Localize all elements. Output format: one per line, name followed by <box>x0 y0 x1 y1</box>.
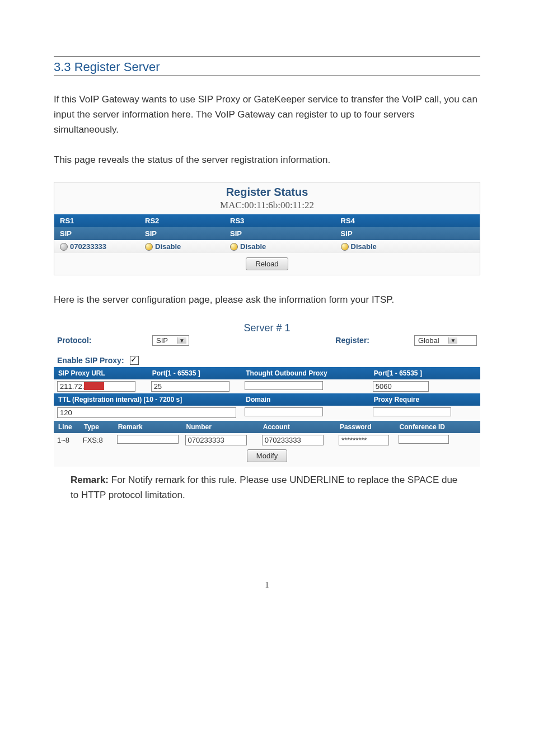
rs2-status-text: Disable <box>155 242 181 251</box>
domain-header: Domain <box>241 393 369 406</box>
password-input[interactable]: ********* <box>339 435 389 445</box>
outbound-proxy-header: Thought Outbound Proxy <box>241 367 369 379</box>
ttl-input[interactable]: 120 <box>57 407 236 418</box>
rs2-status: Disable <box>139 240 224 253</box>
proxy-port-input[interactable]: 25 <box>151 381 229 392</box>
status-led-icon <box>230 243 238 251</box>
rs1-protocol: SIP <box>54 227 139 240</box>
rs4-status: Disable <box>335 240 480 253</box>
intro-para-1: If this VoIP Gateway wants to use SIP Pr… <box>54 92 480 138</box>
proxy-table: SIP Proxy URL Port[1 - 65535 ] Thought O… <box>54 367 480 420</box>
conference-id-input[interactable] <box>399 435 449 444</box>
intro-para-3: Here is the server configuration page, p… <box>54 292 480 307</box>
line-header: Line <box>54 421 79 433</box>
type-value: FXS:8 <box>79 433 114 447</box>
outbound-port-header: Port[1 - 65535 ] <box>369 367 480 379</box>
page-number: 1 <box>54 581 480 590</box>
remark-text: For Notify remark for this rule. Please … <box>71 475 457 500</box>
protocol-label: Protocol: <box>57 336 147 345</box>
rs3-status: Disable <box>224 240 335 253</box>
rs1-status-text: 070233333 <box>70 242 106 251</box>
chevron-down-icon: ▼ <box>448 337 458 344</box>
type-header: Type <box>79 421 114 433</box>
domain-input[interactable] <box>245 407 323 416</box>
chevron-down-icon: ▼ <box>177 337 186 344</box>
status-led-icon <box>341 243 349 251</box>
outbound-port-input[interactable]: 5060 <box>373 381 429 392</box>
modify-button[interactable]: Modify <box>247 449 287 462</box>
rs1-status: 070233333 <box>54 240 139 253</box>
server-config-panel: Server # 1 Protocol: SIP ▼ Register: Glo… <box>54 322 480 467</box>
account-header: Account <box>259 421 335 433</box>
enable-sip-proxy-label: Enable SIP Proxy: <box>57 356 124 365</box>
rs4-status-text: Disable <box>351 242 377 251</box>
remark-input[interactable] <box>117 435 179 444</box>
line-value: 1~8 <box>54 433 79 447</box>
section-heading: 3.3 Register Server <box>54 56 480 76</box>
reload-button[interactable]: Reload <box>246 257 288 270</box>
remark-label: Remark: <box>71 475 109 485</box>
rs2-protocol: SIP <box>139 227 224 240</box>
register-select-value: Global <box>418 336 439 345</box>
remark-header: Remark <box>114 421 182 433</box>
proxy-require-input[interactable] <box>373 407 451 416</box>
register-status-panel: Register Status MAC:00:11:6b:00:11:22 RS… <box>54 182 480 276</box>
proxy-url-value: 211.72. <box>60 382 84 391</box>
password-header: Password <box>335 421 395 433</box>
proxy-require-header: Proxy Require <box>369 393 480 406</box>
remark-para: Remark: For Notify remark for this rule.… <box>54 472 480 503</box>
protocol-select[interactable]: SIP ▼ <box>152 335 189 346</box>
register-label: Register: <box>335 336 369 345</box>
rs4-header: RS4 <box>335 214 480 227</box>
server-title: Server # 1 <box>54 322 480 334</box>
register-status-title: Register Status <box>54 182 480 200</box>
rs4-protocol: SIP <box>335 227 480 240</box>
rs3-protocol: SIP <box>224 227 335 240</box>
mac-address: MAC:00:11:6b:00:11:22 <box>54 200 480 214</box>
rs3-header: RS3 <box>224 214 335 227</box>
register-status-table: RS1 RS2 RS3 RS4 SIP SIP SIP SIP 07023333… <box>54 214 480 253</box>
account-input[interactable]: 070233333 <box>262 435 324 445</box>
status-led-icon <box>60 243 68 251</box>
proxy-port-header: Port[1 - 65535 ] <box>148 367 242 379</box>
proxy-url-input[interactable]: 211.72. <box>57 381 135 392</box>
ttl-header: TTL (Registration interval) [10 - 7200 s… <box>54 393 241 406</box>
protocol-select-value: SIP <box>156 336 168 345</box>
intro-para-2: This page reveals the status of the serv… <box>54 152 480 167</box>
rs2-header: RS2 <box>139 214 224 227</box>
redacted-block <box>84 382 104 390</box>
rs3-status-text: Disable <box>240 242 266 251</box>
status-led-icon <box>145 243 153 251</box>
outbound-proxy-input[interactable] <box>245 381 323 390</box>
number-input[interactable]: 070233333 <box>185 435 247 445</box>
number-header: Number <box>182 421 259 433</box>
line-table: Line Type Remark Number Account Password… <box>54 421 480 447</box>
conference-id-header: Conference ID <box>395 421 480 433</box>
enable-sip-proxy-checkbox[interactable] <box>130 356 139 365</box>
proxy-url-header: SIP Proxy URL <box>54 367 148 379</box>
rs1-header: RS1 <box>54 214 139 227</box>
register-select[interactable]: Global ▼ <box>414 335 477 346</box>
